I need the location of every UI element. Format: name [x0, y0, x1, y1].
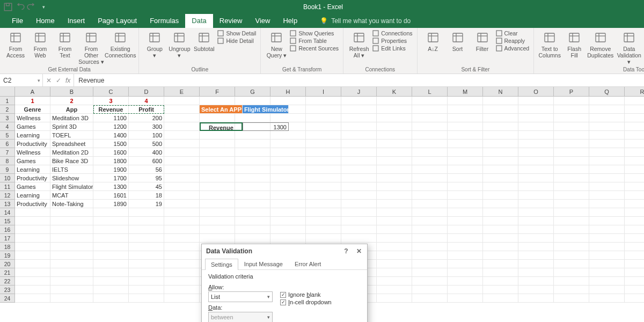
cell[interactable]: 1200: [93, 122, 129, 131]
cell[interactable]: [306, 105, 341, 114]
ribbon-button[interactable]: Filter: [471, 30, 494, 52]
tab-home[interactable]: Home: [30, 14, 61, 28]
cell[interactable]: [164, 114, 200, 122]
column-header[interactable]: G: [235, 87, 270, 97]
cell[interactable]: [270, 165, 306, 174]
cell[interactable]: [93, 243, 129, 251]
cell[interactable]: [448, 140, 483, 148]
cell[interactable]: [270, 191, 306, 200]
cell[interactable]: [589, 208, 625, 217]
cell[interactable]: [554, 165, 589, 174]
cell[interactable]: [341, 174, 377, 182]
cell[interactable]: [518, 225, 554, 234]
cell[interactable]: [412, 277, 448, 286]
cell[interactable]: [518, 268, 554, 277]
cell[interactable]: [412, 157, 448, 165]
cell[interactable]: [93, 286, 129, 294]
cell[interactable]: [625, 243, 644, 251]
cell[interactable]: [270, 148, 306, 157]
cell[interactable]: [270, 234, 306, 243]
cell[interactable]: [306, 234, 341, 243]
cell[interactable]: [50, 217, 93, 225]
cell[interactable]: [448, 277, 483, 286]
cell[interactable]: [554, 200, 589, 208]
cell[interactable]: [15, 286, 50, 294]
cell[interactable]: [483, 157, 518, 165]
ribbon-button[interactable]: Subtotal: [193, 30, 215, 52]
cell[interactable]: [270, 225, 306, 234]
cell[interactable]: [200, 165, 235, 174]
cell[interactable]: [589, 140, 625, 148]
cell[interactable]: [235, 140, 270, 148]
cell[interactable]: [412, 217, 448, 225]
tab-file[interactable]: File: [5, 14, 30, 28]
cell[interactable]: [483, 131, 518, 140]
tell-me[interactable]: 💡 Tell me what you want to do: [309, 17, 416, 28]
column-header[interactable]: H: [270, 87, 306, 97]
cell[interactable]: [518, 191, 554, 200]
column-header[interactable]: A: [15, 87, 50, 97]
row-header[interactable]: 23: [0, 286, 15, 294]
cell[interactable]: [129, 260, 164, 268]
cell[interactable]: [589, 131, 625, 140]
cell[interactable]: [448, 251, 483, 260]
ribbon-button[interactable]: Sort: [447, 30, 469, 52]
cell[interactable]: [200, 131, 235, 140]
cell[interactable]: [518, 105, 554, 114]
cell[interactable]: [554, 277, 589, 286]
cell[interactable]: [270, 157, 306, 165]
cell[interactable]: Games: [15, 182, 50, 191]
cell[interactable]: 1700: [93, 174, 129, 182]
cell[interactable]: [448, 157, 483, 165]
cell[interactable]: [200, 217, 235, 225]
cell[interactable]: [341, 140, 377, 148]
cell[interactable]: [235, 157, 270, 165]
cell[interactable]: 18: [129, 191, 164, 200]
cell[interactable]: Flight Simulator: [50, 182, 93, 191]
cell[interactable]: [235, 234, 270, 243]
in-cell-dropdown-checkbox[interactable]: ✓In-cell dropdown: [280, 299, 332, 305]
row-header[interactable]: 14: [0, 208, 15, 217]
cell[interactable]: [129, 268, 164, 277]
cell[interactable]: [412, 105, 448, 114]
cell[interactable]: [377, 217, 412, 225]
column-header[interactable]: R: [625, 87, 644, 97]
cell[interactable]: [518, 251, 554, 260]
cell[interactable]: [341, 208, 377, 217]
row-header[interactable]: 9: [0, 165, 15, 174]
cell[interactable]: [200, 191, 235, 200]
cell[interactable]: Note-Taking: [50, 200, 93, 208]
cell[interactable]: [341, 200, 377, 208]
cell[interactable]: Spreadsheet: [50, 140, 93, 148]
cell[interactable]: 1400: [93, 131, 129, 140]
cell[interactable]: [235, 200, 270, 208]
cell[interactable]: [448, 208, 483, 217]
cell[interactable]: [200, 157, 235, 165]
cell[interactable]: [306, 225, 341, 234]
cell[interactable]: [412, 140, 448, 148]
cell[interactable]: [306, 140, 341, 148]
cell[interactable]: [554, 243, 589, 251]
cell[interactable]: [377, 122, 412, 131]
cell[interactable]: 95: [129, 174, 164, 182]
cell[interactable]: Wellness: [15, 114, 50, 122]
cell[interactable]: [518, 208, 554, 217]
cell[interactable]: [129, 294, 164, 303]
cell[interactable]: [93, 208, 129, 217]
cell[interactable]: [15, 251, 50, 260]
row-header[interactable]: 10: [0, 174, 15, 182]
cell[interactable]: 1500: [93, 140, 129, 148]
ribbon-button[interactable]: FromWeb: [29, 30, 52, 58]
column-header[interactable]: I: [306, 87, 341, 97]
cell[interactable]: [377, 157, 412, 165]
cell[interactable]: [341, 148, 377, 157]
cell[interactable]: [93, 251, 129, 260]
cell[interactable]: [483, 294, 518, 303]
cell[interactable]: [306, 174, 341, 182]
cell[interactable]: 500: [129, 140, 164, 148]
cell[interactable]: [448, 217, 483, 225]
cell[interactable]: [518, 277, 554, 286]
cell[interactable]: 1300: [243, 122, 289, 131]
column-header[interactable]: P: [554, 87, 589, 97]
cell[interactable]: 4: [129, 97, 164, 105]
